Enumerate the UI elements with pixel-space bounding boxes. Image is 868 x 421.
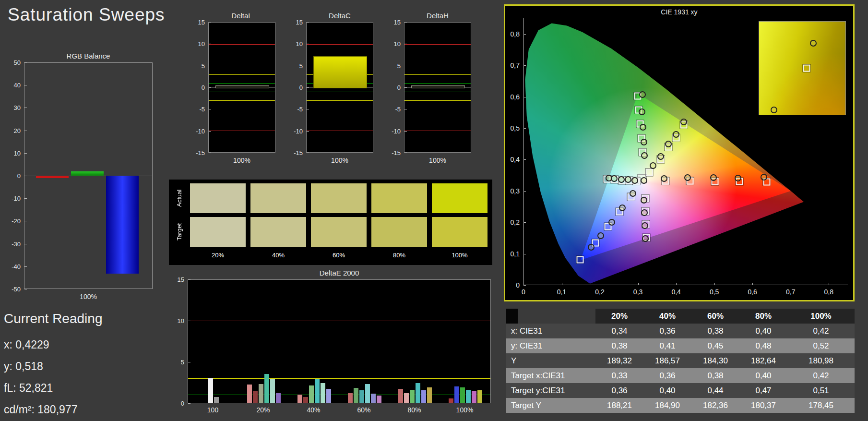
delta-charts: DeltaL 100% 151050-5-10-15 DeltaC 100% 1… bbox=[191, 12, 472, 170]
y-tick-mark bbox=[24, 108, 27, 108]
table-cell: 0,42 bbox=[787, 368, 855, 383]
measured-marker-cyan bbox=[631, 177, 638, 184]
x-tick-label: 0,3 bbox=[633, 288, 642, 296]
table-row-label: x: CIE31 bbox=[506, 324, 595, 338]
bar bbox=[472, 391, 476, 403]
table-cell: 0,41 bbox=[643, 338, 691, 353]
rgb-balance-title: RGB Balance bbox=[24, 52, 153, 60]
bar bbox=[411, 85, 465, 88]
measured-marker-blue bbox=[608, 219, 615, 226]
target-marker-yellow bbox=[646, 168, 653, 176]
table-cell: 180,37 bbox=[739, 398, 787, 413]
bar bbox=[214, 397, 219, 403]
swatch-comparison-panel: ActualTarget20%40%60%80%100% bbox=[169, 180, 492, 265]
y-tick-label: -10 bbox=[5, 195, 21, 202]
table-cell: 182,64 bbox=[739, 353, 787, 368]
swatch-corner bbox=[173, 251, 185, 261]
measured-marker-magenta bbox=[642, 235, 649, 242]
measured-marker-green bbox=[639, 108, 645, 115]
x-tick-label: 100% bbox=[456, 406, 474, 414]
y-tick-mark bbox=[188, 403, 190, 404]
y-tick-label: 20 bbox=[5, 127, 21, 134]
measured-marker-blue bbox=[597, 232, 604, 239]
measured-marker-red bbox=[661, 175, 667, 182]
table-cell: 0,38 bbox=[595, 338, 643, 353]
table-cell: 0,48 bbox=[739, 338, 787, 353]
rgb-balance-chart: RGB Balance 100% 50403020100-10-20-30-40… bbox=[5, 52, 155, 307]
y-tick-label: 40 bbox=[5, 82, 21, 89]
swatch-actual-100% bbox=[432, 183, 488, 213]
y-tick-mark bbox=[307, 131, 309, 132]
measured-marker-blue bbox=[588, 244, 595, 251]
cie-1931-plot bbox=[523, 18, 848, 285]
x-tick-label: 0,7 bbox=[786, 288, 795, 296]
measured-marker-red bbox=[735, 175, 741, 181]
table-cell: 0,47 bbox=[739, 383, 787, 398]
swatch-target-80% bbox=[371, 217, 427, 247]
reference-line bbox=[404, 74, 471, 75]
table-cell: 0,40 bbox=[739, 324, 787, 338]
delta-c-xlabel: 100% bbox=[306, 156, 373, 164]
y-tick-label: -15 bbox=[191, 149, 205, 156]
bar bbox=[348, 393, 353, 403]
y-tick-mark bbox=[188, 362, 190, 362]
y-tick-label: 15 bbox=[191, 19, 205, 26]
y-tick-mark bbox=[523, 128, 526, 129]
table-row-label: Target Y bbox=[506, 398, 595, 413]
bar bbox=[404, 393, 409, 403]
calibration-dashboard: Saturation Sweeps RGB Balance 100% 50403… bbox=[0, 0, 868, 421]
x-tick-label: 0,5 bbox=[710, 288, 719, 296]
inset-square-marker bbox=[803, 65, 810, 72]
current-reading-value: cd/m²: 180,977 bbox=[4, 399, 102, 421]
bar bbox=[377, 396, 381, 403]
table-header-cell: 100% bbox=[787, 309, 855, 324]
y-tick-mark bbox=[24, 198, 27, 199]
table-cell: 188,21 bbox=[595, 398, 643, 413]
reference-line bbox=[307, 92, 373, 92]
table-cell: 0,38 bbox=[691, 324, 739, 338]
y-tick-mark bbox=[24, 153, 27, 154]
table-cell: 180,98 bbox=[787, 353, 855, 368]
reference-line bbox=[188, 378, 490, 379]
measured-marker-cyan bbox=[606, 175, 612, 181]
measured-marker-magenta bbox=[641, 209, 648, 216]
y-tick-mark bbox=[188, 279, 190, 280]
y-tick-label: 0,6 bbox=[505, 93, 520, 101]
y-tick-mark bbox=[307, 153, 309, 153]
table-cell: 0,36 bbox=[595, 383, 643, 398]
reference-line bbox=[209, 74, 275, 75]
table-cell: 186,57 bbox=[643, 353, 691, 368]
y-tick-mark bbox=[24, 266, 27, 267]
reference-line bbox=[188, 321, 490, 321]
y-tick-mark bbox=[523, 191, 526, 192]
table-header-cell: 40% bbox=[643, 309, 691, 324]
swatch-actual-60% bbox=[311, 183, 367, 213]
y-tick-label: 0 bbox=[387, 84, 401, 91]
swatch-actual-40% bbox=[250, 183, 306, 213]
bar bbox=[398, 389, 403, 403]
y-tick-label: 15 bbox=[289, 19, 303, 26]
cie-1931-title: CIE 1931 xy bbox=[505, 8, 853, 16]
y-tick-mark bbox=[307, 66, 309, 66]
y-tick-mark bbox=[307, 87, 309, 88]
y-tick-label: -5 bbox=[387, 106, 401, 113]
y-tick-mark bbox=[307, 44, 309, 44]
y-tick-mark bbox=[404, 131, 407, 132]
x-tick-mark bbox=[562, 283, 562, 285]
page-title: Saturation Sweeps bbox=[8, 5, 165, 25]
table-cell: 182,36 bbox=[691, 398, 739, 413]
y-tick-label: -15 bbox=[387, 149, 401, 156]
measured-marker-yellow bbox=[665, 141, 672, 147]
y-tick-label: -40 bbox=[5, 263, 21, 270]
rgb-balance-plot bbox=[24, 62, 153, 289]
measured-marker-yellow bbox=[673, 131, 679, 138]
y-tick-label: -50 bbox=[5, 286, 21, 293]
x-tick-mark bbox=[714, 283, 715, 285]
current-reading-value: x: 0,4229 bbox=[4, 334, 102, 356]
bar bbox=[215, 85, 269, 89]
swatch-column-label: 60% bbox=[311, 251, 367, 261]
reference-line bbox=[307, 100, 373, 101]
table-cell: 0,34 bbox=[595, 324, 643, 338]
table-cell: 0,38 bbox=[691, 368, 739, 383]
measurement-table: 20%40%60%80%100%x: CIE310,340,360,380,40… bbox=[506, 309, 855, 413]
